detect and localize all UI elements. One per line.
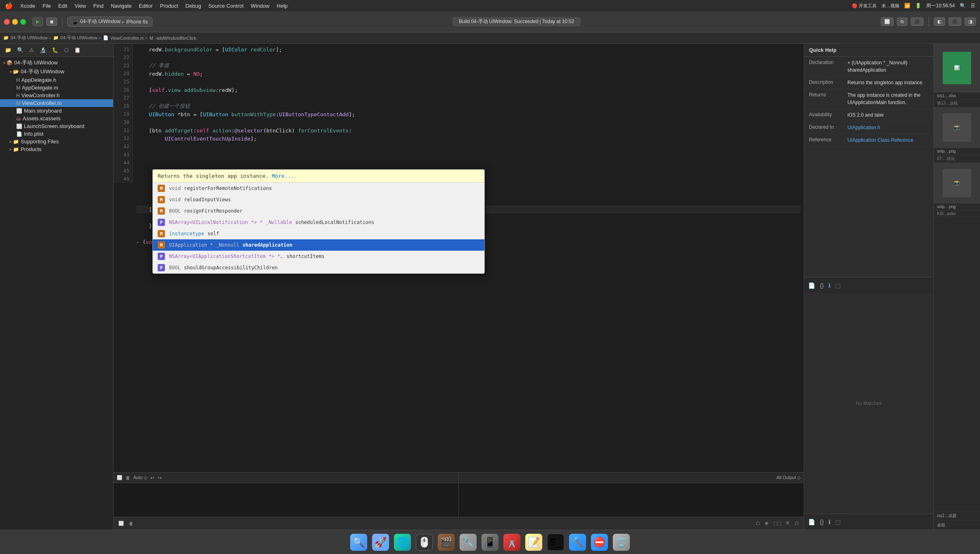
ac-item-resign[interactable]: M BOOL resignFirstResponder bbox=[153, 205, 484, 217]
ac-item-register[interactable]: M void registerForRemoteNotifications bbox=[153, 183, 484, 194]
search-icon[interactable]: 🔍 bbox=[15, 46, 25, 54]
ac-item-reload[interactable]: M void reloadInputViews bbox=[153, 194, 484, 205]
dock-terminal[interactable]: $_ bbox=[546, 532, 566, 552]
thumbnail-xlsx[interactable]: 📊 bbox=[934, 44, 980, 92]
menubar-navigate[interactable]: Navigate bbox=[111, 3, 131, 9]
dock-camera[interactable]: 🎬 bbox=[436, 532, 456, 552]
warning-icon[interactable]: ⚠ bbox=[28, 46, 36, 54]
utilities-toggle[interactable]: ◨ bbox=[965, 17, 976, 26]
tree-item-appdelegate-h[interactable]: H AppDelegate.h bbox=[0, 76, 113, 84]
breadcrumb-item-1[interactable]: 📁 bbox=[3, 35, 9, 40]
code-editor[interactable]: 21 22 23 24 25 26 27 28 29 30 31 32 42 4… bbox=[113, 44, 804, 472]
ac-item-shortcut[interactable]: P NSArray<UIApplicationShortcutItem *> *… bbox=[153, 251, 484, 262]
editor-assistant-button[interactable]: ⧉ bbox=[897, 17, 907, 26]
breakpoint-icon[interactable]: ⬡ bbox=[62, 46, 70, 54]
dock-tools[interactable]: 🔧 bbox=[458, 532, 478, 552]
dock-mouse[interactable]: 🖱️ bbox=[414, 532, 434, 552]
menubar-file[interactable]: File bbox=[43, 3, 51, 9]
apple-menu[interactable]: 🍎 bbox=[5, 2, 13, 10]
tree-item-launch-storyboard[interactable]: ⬜ LaunchScreen.storyboard bbox=[0, 122, 113, 130]
dock-simulator[interactable]: 📱 bbox=[480, 532, 500, 552]
test-icon[interactable]: 🔬 bbox=[38, 46, 48, 54]
navigator-toggle[interactable]: ◧ bbox=[934, 17, 945, 26]
breadcrumb-text-1[interactable]: 04-手动 UIWindow bbox=[11, 35, 47, 41]
folder-icon[interactable]: 📁 bbox=[3, 46, 13, 54]
menubar-editor[interactable]: Editor bbox=[139, 3, 153, 9]
right-info-icon[interactable]: ℹ bbox=[828, 519, 830, 525]
tree-item-viewcontroller-m[interactable]: M ViewController.m bbox=[0, 99, 113, 107]
breadcrumb-item-3[interactable]: 📄 bbox=[103, 35, 109, 40]
menubar-source-control[interactable]: Source Control bbox=[208, 3, 244, 9]
breadcrumb-text-3[interactable]: ViewController.m bbox=[110, 36, 144, 40]
report-icon[interactable]: 📋 bbox=[73, 46, 82, 54]
menubar-search[interactable]: 🔍 bbox=[960, 3, 966, 9]
all-output-selector[interactable]: All Output ◇ bbox=[777, 475, 800, 480]
ac-tooltip-link[interactable]: More... bbox=[272, 173, 294, 179]
dock-safari[interactable]: 🌐 bbox=[392, 532, 413, 552]
breakpoints-btn[interactable]: ⬡ bbox=[756, 521, 760, 526]
qh-doc-icon[interactable]: 📄 bbox=[808, 282, 815, 289]
qh-grid-icon[interactable]: ⬚ bbox=[835, 282, 841, 289]
right-grid-icon[interactable]: ⬚ bbox=[835, 519, 841, 525]
tree-item-supporting-files[interactable]: ▸ 📁 Supporting Files bbox=[0, 138, 113, 145]
menubar-product[interactable]: Product bbox=[160, 3, 178, 9]
breadcrumb-item-4[interactable]: M bbox=[150, 36, 153, 40]
tree-item-viewcontroller-h[interactable]: H ViewController.h bbox=[0, 92, 113, 99]
tree-item-main-storyboard[interactable]: ⬜ Main.storyboard bbox=[0, 107, 113, 115]
tree-item-appdelegate-m[interactable]: M AppDelegate.m bbox=[0, 84, 113, 92]
menubar-view[interactable]: View bbox=[75, 3, 86, 9]
breadcrumb-item-2[interactable]: 📁 bbox=[53, 35, 59, 40]
tree-item-group[interactable]: ▾ 📂 04-手动 UIWindow bbox=[0, 67, 113, 76]
tree-item-project-root[interactable]: ▾ 📦 04-手动 UIWindow bbox=[0, 58, 113, 67]
debug-toggle[interactable]: ⬛ bbox=[948, 17, 961, 26]
tree-item-products[interactable]: ▸ 📁 Products bbox=[0, 145, 113, 153]
debug-step-forward[interactable]: ↪ bbox=[158, 475, 162, 481]
tree-item-assets[interactable]: 🗂 Assets.xcassets bbox=[0, 115, 113, 122]
dock-app-store[interactable]: ⛔ bbox=[589, 532, 610, 552]
menubar-control[interactable]: ☰ bbox=[971, 3, 975, 9]
dock-trash[interactable]: 🗑️ bbox=[611, 532, 631, 552]
thumbnail-png-2[interactable]: 📸 bbox=[934, 163, 980, 203]
zoom-btn[interactable]: ⊕ bbox=[765, 521, 768, 526]
code-content[interactable]: redW.backgroundColor = [UIColor redColor… bbox=[133, 44, 804, 472]
bottom-right-btn[interactable]: ⬡ bbox=[795, 521, 799, 526]
ac-item-should-group[interactable]: P BOOL shouldGroupAccessibilityChildren bbox=[153, 262, 484, 273]
menubar-find[interactable]: Find bbox=[93, 3, 103, 9]
ac-item-self[interactable]: M instancetype self bbox=[153, 228, 484, 239]
dock-xmind[interactable]: ✂️ bbox=[502, 532, 522, 552]
menubar-debug[interactable]: Debug bbox=[186, 3, 201, 9]
qh-value-reference[interactable]: UIApplication Class Reference bbox=[847, 136, 929, 144]
right-braces-icon[interactable]: {} bbox=[820, 519, 824, 525]
close-button[interactable] bbox=[4, 19, 10, 25]
breadcrumb-text-4[interactable]: -addWindowBtnClick: bbox=[155, 36, 197, 40]
layout-btn[interactable]: ⬚⬚ bbox=[773, 521, 781, 526]
scheme-selector[interactable]: 📱 04-手动 UIWindow ▸ iPhone 6s bbox=[67, 17, 152, 27]
maximize-button[interactable] bbox=[20, 19, 26, 25]
menubar-help[interactable]: Help bbox=[277, 3, 288, 9]
debug-console-content[interactable] bbox=[459, 483, 804, 486]
qh-info-icon[interactable]: ℹ bbox=[828, 282, 830, 289]
dock-finder[interactable]: 🔍 bbox=[349, 532, 369, 552]
menubar-window[interactable]: Window bbox=[251, 3, 270, 9]
dock-notes[interactable]: 📝 bbox=[524, 532, 544, 552]
breadcrumb-text-2[interactable]: 04-手动 UIWindow bbox=[60, 35, 97, 41]
dock-xcode[interactable]: 🔨 bbox=[567, 532, 588, 552]
ac-item-shared-application[interactable]: M UIApplication * _Nonnull sharedApplica… bbox=[153, 239, 484, 251]
qh-braces-icon[interactable]: {} bbox=[820, 282, 824, 289]
qh-value-declared-in[interactable]: UIApplication.h bbox=[847, 124, 929, 131]
debug-step-back[interactable]: ↩ bbox=[150, 475, 154, 481]
thumbnail-png-1[interactable]: 📸 bbox=[934, 107, 980, 148]
menubar-xcode[interactable]: Xcode bbox=[20, 3, 35, 9]
expand-btn[interactable]: ⇱ bbox=[786, 521, 790, 526]
debug-clear[interactable]: 🗑 bbox=[126, 475, 130, 480]
debug-icon[interactable]: 🐛 bbox=[50, 46, 60, 54]
stop-button[interactable]: ◼ bbox=[46, 17, 57, 26]
minimize-button[interactable] bbox=[12, 19, 18, 25]
editor-single-button[interactable]: ⬜ bbox=[881, 17, 894, 26]
editor-version-button[interactable]: ⬛ bbox=[911, 17, 924, 26]
tree-item-info-plist[interactable]: 📄 Info.plist bbox=[0, 130, 113, 138]
ac-item-scheduled[interactable]: P NSArray<UILocalNotification *> * _Null… bbox=[153, 217, 484, 228]
right-doc-icon[interactable]: 📄 bbox=[808, 519, 815, 525]
menubar-edit[interactable]: Edit bbox=[58, 3, 67, 9]
run-button[interactable]: ▶ bbox=[32, 17, 43, 26]
